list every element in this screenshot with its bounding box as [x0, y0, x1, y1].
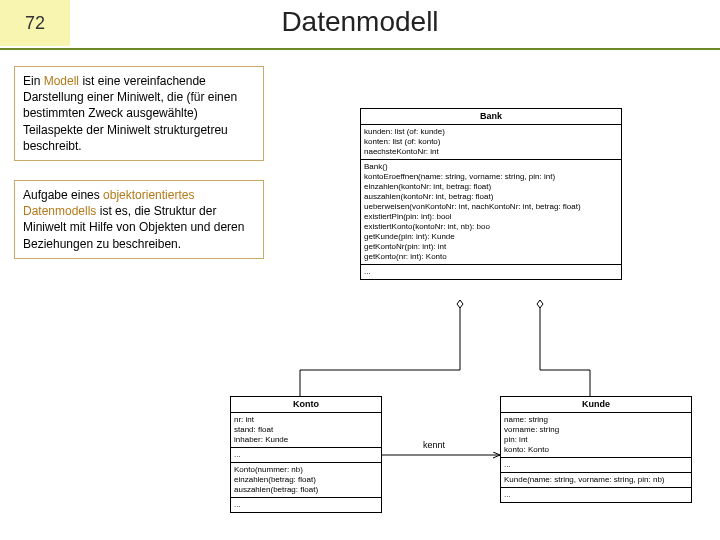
class-ellipsis: ...: [361, 265, 621, 279]
uml-class-kunde: Kunde name: string vorname: string pin: …: [500, 396, 692, 503]
class-name: Kunde: [501, 397, 691, 413]
definition-model: Ein Modell ist eine vereinfachende Darst…: [14, 66, 264, 161]
class-attributes: name: string vorname: string pin: int ko…: [501, 413, 691, 458]
definition-oo-datamodel: Aufgabe eines objektorientiertes Datenmo…: [14, 180, 264, 259]
class-ellipsis: ...: [501, 488, 691, 502]
slide-title: Datenmodell: [0, 6, 720, 38]
class-ellipsis: ...: [231, 498, 381, 512]
class-operations: Konto(nummer: nb) einzahlen(betrag: floa…: [231, 463, 381, 498]
class-attributes: kunden: list (of: kunde) konten: list (o…: [361, 125, 621, 160]
class-name: Konto: [231, 397, 381, 413]
class-operations: Bank() kontoEroeffnen(name: string, vorn…: [361, 160, 621, 265]
class-attributes: nr: int stand: float inhaber: Kunde: [231, 413, 381, 448]
class-name: Bank: [361, 109, 621, 125]
class-ellipsis: ...: [501, 458, 691, 473]
uml-class-konto: Konto nr: int stand: float inhaber: Kund…: [230, 396, 382, 513]
text: Aufgabe eines: [23, 188, 103, 202]
slide-header: 72 Datenmodell: [0, 0, 720, 50]
class-ellipsis: ...: [231, 448, 381, 463]
term-modell: Modell: [44, 74, 79, 88]
class-operations: Kunde(name: string, vorname: string, pin…: [501, 473, 691, 488]
uml-class-bank: Bank kunden: list (of: kunde) konten: li…: [360, 108, 622, 280]
text: Ein: [23, 74, 44, 88]
association-label-kennt: kennt: [423, 440, 445, 450]
